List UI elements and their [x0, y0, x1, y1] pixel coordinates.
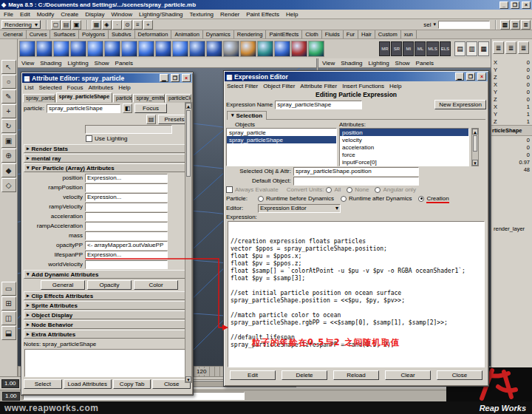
- section-header[interactable]: ▸mental ray: [24, 154, 191, 163]
- open-scene-icon[interactable]: ▤: [61, 20, 71, 30]
- save-scene-icon[interactable]: ▣: [72, 20, 81, 30]
- attribute-editor-bottom-button[interactable]: Load Attributes: [64, 379, 112, 389]
- minimize-button[interactable]: ▁: [455, 72, 464, 81]
- chevron-down-icon[interactable]: ▾: [433, 21, 436, 27]
- attribute-value-field[interactable]: [85, 212, 168, 221]
- saved-layout-1-icon[interactable]: ▤: [454, 41, 466, 56]
- add-dynamic-button[interactable]: General: [41, 280, 85, 290]
- shelf-tab[interactable]: Surfaces: [50, 30, 79, 38]
- selection-section-tab[interactable]: ▾ Selection: [227, 111, 267, 120]
- shelf-tab[interactable]: Curves: [27, 30, 51, 38]
- shelf-emitter-icon[interactable]: [291, 41, 307, 57]
- section-header-add-dynamic[interactable]: ▾ Add Dynamic Attributes: [24, 270, 191, 279]
- window-titlebar[interactable]: ◆ Maya 8.5 : C:/Documents and Settings/.…: [0, 0, 532, 10]
- node-tab[interactable]: spray_particle: [23, 94, 55, 103]
- render-pass-button[interactable]: MLS: [426, 41, 438, 56]
- maximize-button[interactable]: ❐: [171, 74, 180, 82]
- single-pane-layout-icon[interactable]: ▭: [1, 282, 16, 296]
- menu-item[interactable]: Focus: [67, 84, 83, 91]
- attribute-value-field[interactable]: [85, 222, 168, 231]
- channel-row[interactable]: Y0: [491, 66, 532, 73]
- layer-editor-toggle-icon[interactable]: ≣: [505, 41, 516, 54]
- shelf-helix-icon[interactable]: [172, 41, 188, 57]
- lasso-select-tool-icon[interactable]: ○: [1, 75, 16, 89]
- menu-item[interactable]: Help: [286, 11, 298, 18]
- panel-menu-item[interactable]: Show: [95, 60, 109, 67]
- attribute-value-field[interactable]: [85, 231, 168, 240]
- maximize-button[interactable]: ❐: [466, 72, 475, 81]
- minimize-button[interactable]: ▁: [160, 74, 168, 82]
- shelf-torus-icon[interactable]: [104, 41, 120, 57]
- expression-editor-bottom-button[interactable]: Clear: [385, 370, 431, 380]
- shelf-tab[interactable]: PaintEffects: [266, 30, 302, 38]
- section-header[interactable]: ▸Clip Effects Attributes: [24, 291, 191, 300]
- shelf-pyramid-icon[interactable]: [138, 41, 154, 57]
- ipr-render-icon[interactable]: ▨: [511, 20, 520, 30]
- playback-speed-field[interactable]: 1.00: [2, 392, 20, 401]
- menu-item[interactable]: List: [24, 84, 33, 91]
- particle-mode-radio[interactable]: Creation: [418, 195, 449, 202]
- channel-row[interactable]: 0.97: [491, 158, 532, 166]
- shelf-field-icon[interactable]: [308, 41, 324, 57]
- attribute-list-item[interactable]: inputForce[0]: [340, 158, 468, 166]
- menu-item[interactable]: Edit: [20, 11, 30, 18]
- channel-row[interactable]: X1: [491, 103, 532, 110]
- shelf-plane-icon[interactable]: [87, 41, 103, 57]
- add-dynamic-button[interactable]: Color: [134, 280, 178, 290]
- shelf-tab[interactable]: Subdivs: [109, 30, 135, 38]
- menu-item[interactable]: Render: [220, 11, 239, 18]
- scroll-down-icon[interactable]: ▼: [472, 160, 478, 166]
- snap-view-icon[interactable]: ⊙: [123, 20, 132, 30]
- shelf-particle-icon[interactable]: [274, 41, 290, 57]
- attribute-editor-bottom-button[interactable]: Select: [24, 379, 62, 389]
- shelf-tab[interactable]: xun: [401, 30, 417, 38]
- quick-select-input[interactable]: [438, 21, 490, 29]
- new-expression-button[interactable]: New Expression: [434, 100, 486, 109]
- scrollbar-thumb[interactable]: [186, 110, 191, 177]
- attribute-value-field[interactable]: [85, 260, 168, 269]
- shape-node-header[interactable]: rticleShape: [491, 125, 532, 136]
- node-tab[interactable]: particle: [113, 94, 132, 103]
- menu-item[interactable]: Lighting/Shading: [139, 11, 183, 18]
- vertical-scrollbar[interactable]: ▲ ▼: [185, 102, 192, 383]
- split-pane-layout-icon[interactable]: ◫: [1, 311, 16, 325]
- object-list-item[interactable]: spray_particleShape: [227, 136, 336, 143]
- render-view-icon[interactable]: ▩: [500, 20, 510, 30]
- node-tab[interactable]: spray_particleShape: [56, 92, 112, 103]
- layer-row[interactable]: render_layer: [491, 225, 532, 232]
- panel-menu-item[interactable]: Shading: [40, 60, 61, 67]
- shelf-cone-icon[interactable]: [70, 41, 86, 57]
- channel-row[interactable]: X0: [491, 81, 532, 88]
- shelf-cube-icon[interactable]: [36, 41, 52, 57]
- channel-row[interactable]: Z0: [491, 95, 532, 103]
- expression-text-area[interactable]: //creation expression floats particlesve…: [228, 221, 485, 367]
- expression-editor-bottom-button[interactable]: Reload: [333, 370, 379, 380]
- rotate-tool-icon[interactable]: ↻: [1, 119, 16, 133]
- shelf-tab[interactable]: Rendering: [234, 30, 267, 38]
- shelf-nurbs-sphere-icon[interactable]: [189, 41, 205, 57]
- notes-textarea[interactable]: [24, 349, 190, 377]
- menu-item[interactable]: Object Filter: [263, 83, 295, 89]
- show-manipulator-icon[interactable]: ◆: [1, 163, 16, 177]
- attribute-list-item[interactable]: position: [340, 129, 468, 136]
- section-header[interactable]: ▸Extra Attributes: [24, 330, 191, 339]
- panel-menu-item[interactable]: Shading: [341, 60, 362, 67]
- channel-row[interactable]: Y1: [491, 110, 532, 118]
- attribute-value-field[interactable]: [85, 183, 168, 192]
- shelf-cylinder-icon[interactable]: [53, 41, 69, 57]
- render-pass-button[interactable]: MR: [379, 41, 390, 56]
- shelf-sphere-icon[interactable]: [19, 41, 35, 57]
- object-list-item[interactable]: spray_particle: [227, 129, 336, 136]
- attribute-value-field[interactable]: Expression...: [85, 251, 168, 259]
- history-icon[interactable]: ≡: [133, 20, 143, 30]
- menu-item[interactable]: Selected: [38, 84, 61, 91]
- shelf-tab[interactable]: Hair: [358, 30, 375, 38]
- menu-item[interactable]: Paint Effects: [246, 11, 279, 18]
- channel-row[interactable]: 0: [491, 143, 532, 151]
- channel-row[interactable]: Y0: [491, 88, 532, 95]
- saved-layout-2-icon[interactable]: ▥: [466, 41, 477, 56]
- particle-mode-radio[interactable]: Runtime before Dynamics: [258, 195, 334, 202]
- attribute-list-item[interactable]: acceleration: [340, 143, 468, 151]
- expression-name-field[interactable]: spray_particleShape: [275, 101, 362, 109]
- shelf-tab[interactable]: Fur: [344, 30, 358, 38]
